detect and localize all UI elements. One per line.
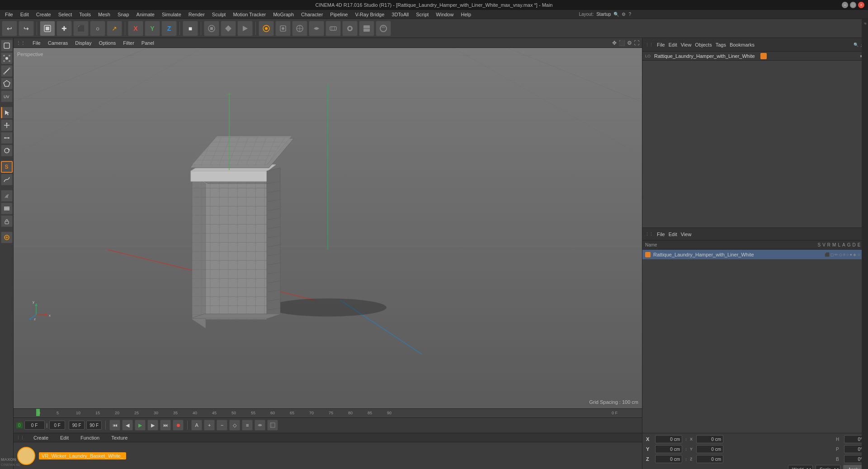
- menu-window[interactable]: Window: [433, 11, 457, 18]
- current-frame-input[interactable]: [24, 421, 45, 430]
- menu-3dtoall[interactable]: 3DToAll: [388, 11, 412, 18]
- go-end-button[interactable]: ⏭: [160, 420, 171, 431]
- tool-s-btn[interactable]: S: [1, 161, 13, 173]
- vp-icon-settings[interactable]: ⚙: [627, 40, 632, 46]
- vray-btn3[interactable]: [292, 21, 307, 36]
- obj-icon-render[interactable]: ◻: [830, 252, 834, 257]
- rt-menu-view[interactable]: View: [681, 42, 692, 47]
- rb-menu-edit[interactable]: Edit: [669, 232, 677, 237]
- mode-uvw-btn[interactable]: UV: [1, 90, 13, 102]
- rt-menu-objects[interactable]: Objects: [695, 42, 712, 47]
- obj-icon-display[interactable]: ⬛: [825, 252, 830, 257]
- help-icon[interactable]: ?: [628, 12, 631, 17]
- rb-menu-file[interactable]: File: [657, 232, 665, 237]
- menu-vray-bridge[interactable]: V-Ray Bridge: [352, 11, 387, 18]
- tool-spline-btn[interactable]: [1, 174, 13, 185]
- vray-btn6[interactable]: [342, 21, 358, 36]
- tool-move-btn[interactable]: [1, 119, 13, 131]
- obj-icon-gen[interactable]: ●: [850, 252, 852, 257]
- go-start-button[interactable]: ⏮: [109, 420, 120, 431]
- mode-edge-btn[interactable]: [1, 65, 13, 77]
- vray-btn1[interactable]: [259, 21, 274, 36]
- settings-icon[interactable]: ⚙: [622, 12, 626, 17]
- vp-menu-cameras[interactable]: Cameras: [48, 40, 68, 46]
- key-auto-button[interactable]: A: [191, 420, 202, 431]
- rt-search-icon[interactable]: 🔍: [854, 43, 859, 47]
- tool-brush-btn[interactable]: [1, 190, 13, 202]
- move-button[interactable]: ↗: [107, 21, 122, 36]
- record-button[interactable]: ⏺: [173, 420, 184, 431]
- add-button[interactable]: ✚: [57, 21, 72, 36]
- start-frame-input[interactable]: [49, 421, 65, 430]
- menu-file[interactable]: File: [2, 11, 16, 18]
- render-btn[interactable]: ■: [183, 21, 198, 36]
- vp-menu-options[interactable]: Options: [99, 40, 116, 46]
- select-tool-button[interactable]: [40, 21, 55, 36]
- vp-menu-display[interactable]: Display: [75, 40, 91, 46]
- vp-icon-expand[interactable]: ⬛: [618, 40, 625, 46]
- tool-scale-btn[interactable]: [1, 132, 13, 144]
- mode-poly-btn[interactable]: [1, 78, 13, 90]
- mode-points-btn[interactable]: [1, 52, 13, 64]
- menu-sculpt[interactable]: Sculpt: [209, 11, 229, 18]
- undo-button[interactable]: ↩: [2, 21, 17, 36]
- menu-animate[interactable]: Animate: [133, 11, 158, 18]
- obj-icon-edit[interactable]: ✏: [835, 252, 838, 257]
- maximize-button[interactable]: □: [850, 2, 856, 8]
- table-row[interactable]: Rattique_Laundry_Hamper_with_Liner_White…: [642, 250, 868, 260]
- obj-icon-extra[interactable]: ☆: [857, 252, 861, 257]
- coord-scale-select[interactable]: Scale Size: [816, 465, 840, 469]
- prev-frame-button[interactable]: ◀: [122, 420, 133, 431]
- z-axis-button[interactable]: Z: [161, 21, 177, 36]
- bottom-menu-function[interactable]: Function: [78, 435, 102, 441]
- menu-script[interactable]: Script: [413, 11, 432, 18]
- coord-x-rot[interactable]: [696, 435, 723, 443]
- vray-btn4[interactable]: [309, 21, 324, 36]
- menu-tools[interactable]: Tools: [76, 11, 94, 18]
- menu-create[interactable]: Create: [33, 11, 54, 18]
- cube-button[interactable]: ⬛: [73, 21, 89, 36]
- menu-simulate[interactable]: Simulate: [159, 11, 184, 18]
- menu-character[interactable]: Character: [298, 11, 326, 18]
- playback-btn[interactable]: [237, 21, 253, 36]
- strip-btn-1[interactable]: F: [862, 21, 868, 27]
- rt-menu-file[interactable]: File: [657, 42, 665, 47]
- coord-z-rot[interactable]: [696, 455, 723, 463]
- menu-motion-tracker[interactable]: Motion Tracker: [230, 11, 269, 18]
- record-btn[interactable]: [204, 21, 219, 36]
- viewport[interactable]: z x y Perspective Grid Spacing : 100 cm: [14, 48, 642, 408]
- bottom-menu-texture[interactable]: Texture: [108, 435, 130, 441]
- vray-btn8[interactable]: [376, 21, 391, 36]
- key-sel-button[interactable]: ◇: [229, 420, 240, 431]
- rt-menu-bookmarks[interactable]: Bookmarks: [730, 42, 755, 47]
- tool-select-btn[interactable]: [1, 107, 13, 118]
- next-frame-button[interactable]: ▶: [147, 420, 158, 431]
- minimize-button[interactable]: −: [842, 2, 848, 8]
- end-frame-input[interactable]: [69, 421, 85, 430]
- vp-menu-panel[interactable]: Panel: [142, 40, 154, 46]
- apply-button[interactable]: Apply: [843, 465, 864, 469]
- redo-button[interactable]: ↪: [19, 21, 34, 36]
- coord-z-pos[interactable]: [655, 455, 682, 463]
- menu-snap[interactable]: Snap: [114, 11, 132, 18]
- key-timeline-button[interactable]: [267, 420, 278, 431]
- vray-btn5[interactable]: [326, 21, 341, 36]
- bottom-menu-create[interactable]: Create: [31, 435, 51, 441]
- tool-rotate-btn[interactable]: [1, 145, 13, 156]
- obj-icon-deform[interactable]: ◈: [853, 252, 856, 257]
- obj-icon-hide[interactable]: ○: [846, 252, 849, 257]
- layout-value[interactable]: Startup: [596, 12, 611, 17]
- menu-render[interactable]: Render: [185, 11, 208, 18]
- menu-select[interactable]: Select: [55, 11, 75, 18]
- mode-object-btn[interactable]: [1, 40, 13, 52]
- obj-icon-layer[interactable]: ≡: [843, 252, 845, 257]
- vp-icon-fullscreen[interactable]: ⛶: [634, 40, 639, 46]
- coord-world-select[interactable]: World Local: [788, 465, 813, 469]
- tool-lock-btn[interactable]: [1, 215, 13, 227]
- menu-mograph[interactable]: MoGraph: [270, 11, 297, 18]
- x-axis-button[interactable]: X: [128, 21, 143, 36]
- sphere-button[interactable]: ○: [90, 21, 105, 36]
- key-layer-button[interactable]: ≡: [242, 420, 253, 431]
- vray-btn7[interactable]: [359, 21, 374, 36]
- obj-icon-anim[interactable]: ◇: [839, 252, 842, 257]
